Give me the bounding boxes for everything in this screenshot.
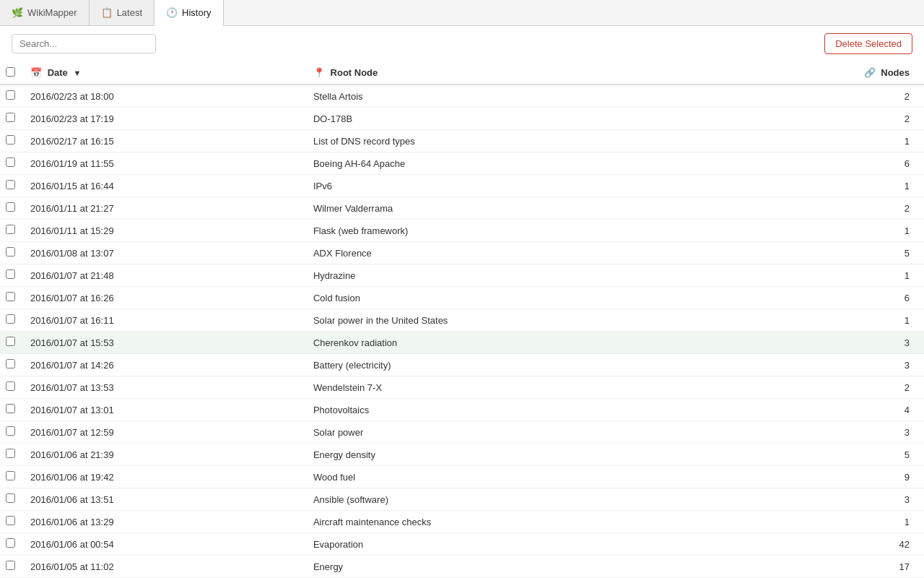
- row-nodes: 1: [731, 130, 924, 152]
- row-checkbox-cell[interactable]: [0, 354, 22, 376]
- row-date: 2016/01/15 at 16:44: [22, 175, 305, 197]
- row-checkbox[interactable]: [6, 292, 15, 301]
- row-checkbox[interactable]: [6, 135, 15, 144]
- tab-wikimapper[interactable]: 🌿 WikiMapper: [0, 0, 90, 25]
- row-checkbox[interactable]: [6, 404, 15, 413]
- row-nodes: 5: [731, 444, 924, 466]
- row-date: 2016/01/06 at 13:29: [22, 511, 305, 533]
- row-checkbox[interactable]: [6, 426, 15, 436]
- row-checkbox[interactable]: [6, 471, 15, 480]
- header-nodes-label: Nodes: [881, 67, 910, 78]
- row-nodes: 17: [731, 556, 924, 578]
- row-root-node: Cherenkov radiation: [305, 332, 731, 354]
- row-checkbox-cell[interactable]: [0, 85, 22, 108]
- row-date: 2016/01/06 at 13:51: [22, 488, 305, 511]
- row-root-node: IPv6: [305, 175, 731, 197]
- sort-arrow-icon: ▼: [73, 69, 81, 77]
- row-checkbox-cell[interactable]: [0, 287, 22, 309]
- row-checkbox[interactable]: [6, 561, 15, 570]
- table-row: 2016/01/11 at 15:29 Flask (web framework…: [0, 220, 924, 242]
- row-date: 2016/01/19 at 11:55: [22, 152, 305, 175]
- search-input[interactable]: [12, 34, 156, 53]
- row-checkbox-cell[interactable]: [0, 197, 22, 220]
- row-checkbox-cell[interactable]: [0, 152, 22, 175]
- row-date: 2016/01/07 at 21:48: [22, 264, 305, 287]
- row-checkbox[interactable]: [6, 225, 15, 234]
- row-checkbox-cell[interactable]: [0, 511, 22, 533]
- row-root-node: Wendelstein 7-X: [305, 376, 731, 399]
- row-nodes: 1: [731, 309, 924, 332]
- table-row: 2016/01/07 at 16:11 Solar power in the U…: [0, 309, 924, 332]
- header-checkbox-cell[interactable]: [0, 61, 22, 85]
- row-checkbox[interactable]: [6, 381, 15, 391]
- row-checkbox-cell[interactable]: [0, 175, 22, 197]
- pin-icon: 📍: [313, 67, 325, 78]
- row-nodes: 2: [731, 108, 924, 130]
- row-checkbox[interactable]: [6, 113, 15, 122]
- row-checkbox[interactable]: [6, 493, 15, 503]
- row-checkbox-cell[interactable]: [0, 444, 22, 466]
- row-checkbox[interactable]: [6, 314, 15, 324]
- row-checkbox-cell[interactable]: [0, 376, 22, 399]
- row-root-node: Energy: [305, 556, 731, 578]
- row-checkbox-cell[interactable]: [0, 220, 22, 242]
- table-row: 2016/01/07 at 12:59 Solar power 3: [0, 421, 924, 444]
- row-nodes: 5: [731, 242, 924, 264]
- row-date: 2016/01/06 at 19:42: [22, 466, 305, 488]
- row-checkbox-cell[interactable]: [0, 556, 22, 578]
- row-checkbox[interactable]: [6, 449, 15, 458]
- tab-history-label: History: [182, 7, 211, 18]
- row-date: 2016/02/17 at 16:15: [22, 130, 305, 152]
- row-root-node: Aircraft maintenance checks: [305, 511, 731, 533]
- row-date: 2016/01/07 at 16:11: [22, 309, 305, 332]
- tab-latest[interactable]: 📋 Latest: [90, 0, 154, 25]
- row-checkbox-cell[interactable]: [0, 264, 22, 287]
- row-date: 2016/02/23 at 18:00: [22, 85, 305, 108]
- row-date: 2016/01/05 at 11:02: [22, 556, 305, 578]
- row-date: 2016/01/07 at 16:26: [22, 287, 305, 309]
- row-checkbox-cell[interactable]: [0, 533, 22, 556]
- select-all-checkbox[interactable]: [6, 67, 15, 77]
- row-checkbox-cell[interactable]: [0, 466, 22, 488]
- row-checkbox-cell[interactable]: [0, 130, 22, 152]
- row-checkbox-cell[interactable]: [0, 108, 22, 130]
- tab-wikimapper-label: WikiMapper: [27, 7, 77, 18]
- row-checkbox[interactable]: [6, 158, 15, 167]
- row-checkbox-cell[interactable]: [0, 242, 22, 264]
- row-checkbox[interactable]: [6, 538, 15, 548]
- row-checkbox-cell[interactable]: [0, 309, 22, 332]
- table-row: 2016/01/11 at 21:27 Wilmer Valderrama 2: [0, 197, 924, 220]
- row-checkbox[interactable]: [6, 337, 15, 346]
- row-date: 2016/01/07 at 15:53: [22, 332, 305, 354]
- row-checkbox[interactable]: [6, 247, 15, 256]
- tab-history[interactable]: 🕐 History: [154, 0, 223, 26]
- row-checkbox[interactable]: [6, 180, 15, 189]
- row-checkbox[interactable]: [6, 202, 15, 212]
- header-date[interactable]: 📅 Date ▼: [22, 61, 305, 85]
- row-root-node: Ansible (software): [305, 488, 731, 511]
- table-row: 2016/01/05 at 11:02 Energy 17: [0, 556, 924, 578]
- row-checkbox-cell[interactable]: [0, 421, 22, 444]
- table-row: 2016/01/06 at 13:29 Aircraft maintenance…: [0, 511, 924, 533]
- row-checkbox[interactable]: [6, 90, 15, 100]
- delete-selected-button[interactable]: Delete Selected: [824, 33, 912, 54]
- table-row: 2016/02/23 at 17:19 DO-178B 2: [0, 108, 924, 130]
- row-nodes: 4: [731, 399, 924, 421]
- row-root-node: Cold fusion: [305, 287, 731, 309]
- row-nodes: 3: [731, 421, 924, 444]
- header-root-node[interactable]: 📍 Root Node: [305, 61, 731, 85]
- row-nodes: 3: [731, 332, 924, 354]
- row-checkbox-cell[interactable]: [0, 399, 22, 421]
- row-nodes: 6: [731, 152, 924, 175]
- row-checkbox-cell[interactable]: [0, 332, 22, 354]
- row-date: 2016/01/07 at 12:59: [22, 421, 305, 444]
- row-checkbox[interactable]: [6, 516, 15, 525]
- row-checkbox[interactable]: [6, 359, 15, 368]
- table-row: 2016/01/15 at 16:44 IPv6 1: [0, 175, 924, 197]
- table-row: 2016/01/06 at 19:42 Wood fuel 9: [0, 466, 924, 488]
- row-checkbox[interactable]: [6, 269, 15, 279]
- row-checkbox-cell[interactable]: [0, 488, 22, 511]
- row-date: 2016/01/08 at 13:07: [22, 242, 305, 264]
- header-nodes[interactable]: 🔗 Nodes: [731, 61, 924, 85]
- table-row: 2016/01/19 at 11:55 Boeing AH-64 Apache …: [0, 152, 924, 175]
